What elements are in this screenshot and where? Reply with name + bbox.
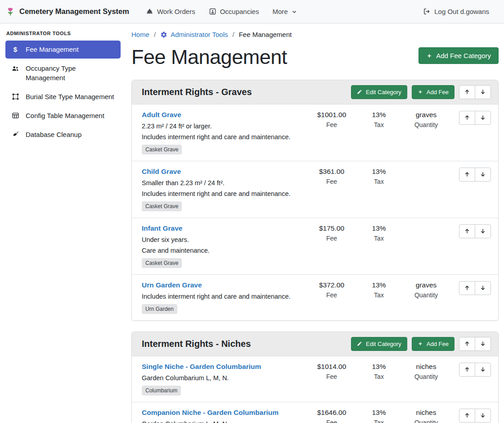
move-fee-down-button[interactable] — [475, 281, 491, 295]
breadcrumb-separator: / — [232, 31, 234, 38]
breadcrumb-home-label: Home — [131, 31, 149, 38]
nav-work-orders-label: Work Orders — [157, 8, 195, 15]
move-fee-up-button[interactable] — [459, 363, 475, 377]
add-fee-label: Add Fee — [427, 341, 449, 347]
logout-label: Log Out d.gowans — [434, 8, 489, 15]
fee-row: Companion Niche - Garden Columbarium Gar… — [132, 402, 498, 423]
edit-category-button[interactable]: Edit Category — [351, 85, 407, 99]
fee-amount-column: $1646.00 Fee — [305, 409, 358, 423]
breadcrumb-home-link[interactable]: Home — [131, 31, 149, 38]
move-fee-down-button[interactable] — [475, 409, 491, 423]
sidebar-item-occupancy-type-management[interactable]: Occupancy Type Management — [5, 59, 121, 87]
move-category-up-button[interactable] — [459, 85, 475, 99]
category-header: Interment Rights - Graves Edit Category … — [132, 80, 498, 105]
add-fee-category-button[interactable]: Add Fee Category — [418, 47, 499, 64]
category-reorder-controls — [459, 85, 491, 99]
edit-category-label: Edit Category — [366, 89, 401, 96]
sidebar-item-database-cleanup[interactable]: Database Cleanup — [5, 126, 121, 144]
sidebar-item-label: Fee Management — [26, 45, 79, 54]
sidebar-item-label: Burial Site Type Management — [26, 92, 114, 101]
fee-tax-label: Tax — [358, 121, 400, 128]
sidebar-item-label: Occupancy Type Management — [26, 64, 115, 82]
move-fee-down-button[interactable] — [475, 224, 491, 238]
plus-icon — [418, 89, 423, 95]
vector-square-icon — [11, 93, 20, 100]
add-fee-button[interactable]: Add Fee — [412, 85, 454, 99]
logout-link[interactable]: Log Out d.gowans — [416, 4, 496, 19]
fee-row: Single Niche - Garden Columbarium Garden… — [132, 356, 498, 402]
fee-amount: $1646.00 — [305, 409, 358, 417]
move-fee-down-button[interactable] — [475, 111, 491, 125]
move-fee-down-button[interactable] — [475, 363, 491, 377]
fee-quantity: graves — [400, 281, 453, 289]
fee-reorder-controls — [459, 363, 491, 377]
fee-quantity-column: graves Quantity — [400, 111, 453, 128]
app-brand[interactable]: Cemetery Management System — [5, 7, 129, 17]
fee-tax-column: 13% Tax — [358, 363, 400, 380]
app-title: Cemetery Management System — [19, 7, 129, 16]
fee-tax-column: 13% Tax — [358, 409, 400, 423]
move-fee-up-button[interactable] — [459, 224, 475, 238]
fee-tax-label: Tax — [358, 291, 400, 299]
fee-description: Care and maintenance. — [142, 247, 302, 254]
pencil-icon — [357, 89, 362, 95]
fee-description: Includes interment right and care and ma… — [142, 133, 302, 141]
move-fee-up-button[interactable] — [459, 168, 475, 182]
fee-amount-label: Fee — [305, 178, 358, 185]
fee-name-link[interactable]: Companion Niche - Garden Columbarium — [142, 409, 279, 417]
fee-type-badge: Casket Grave — [142, 201, 182, 211]
category-title: Interment Rights - Niches — [142, 339, 351, 349]
fee-name-link[interactable]: Infant Grave — [142, 224, 182, 232]
broom-icon — [11, 131, 20, 138]
fee-reorder-controls — [459, 168, 491, 182]
fee-quantity: niches — [400, 409, 453, 417]
fee-reorder-controls — [459, 224, 491, 238]
fee-amount-column: $1014.00 Fee — [305, 363, 358, 380]
fee-reorder-controls — [459, 111, 491, 125]
fee-amount-label: Fee — [305, 373, 358, 380]
fee-quantity-label: Quantity — [400, 291, 453, 299]
move-category-up-button[interactable] — [459, 337, 475, 351]
category-header: Interment Rights - Niches Edit Category … — [132, 332, 498, 356]
top-navbar: Cemetery Management System Work Orders O… — [0, 0, 504, 23]
gear-icon — [160, 31, 167, 38]
edit-category-button[interactable]: Edit Category — [351, 337, 407, 351]
nav-more[interactable]: More — [266, 4, 303, 19]
sidebar-item-config-table-management[interactable]: Config Table Management — [5, 107, 121, 125]
fee-amount: $361.00 — [305, 168, 358, 176]
logout-icon — [423, 8, 431, 15]
fee-tax: 13% — [358, 111, 400, 119]
occupant-frame-icon — [209, 8, 216, 15]
move-category-down-button[interactable] — [475, 337, 491, 351]
nav-work-orders[interactable]: Work Orders — [139, 4, 202, 19]
add-fee-button[interactable]: Add Fee — [412, 337, 454, 351]
fee-quantity-column: niches Quantity — [400, 409, 453, 423]
fee-row: Infant Grave Under six years. Care and m… — [132, 218, 498, 275]
fee-tax: 13% — [358, 409, 400, 417]
fee-name-link[interactable]: Urn Garden Grave — [142, 281, 202, 289]
sidebar-item-burial-site-type-management[interactable]: Burial Site Type Management — [5, 88, 121, 106]
fee-name-link[interactable]: Child Grave — [142, 168, 181, 176]
nav-more-label: More — [272, 8, 288, 15]
move-fee-up-button[interactable] — [459, 281, 475, 295]
fee-tax-column: 13% Tax — [358, 281, 400, 299]
fee-type-badge: Urn Garden — [142, 304, 177, 314]
move-fee-up-button[interactable] — [459, 409, 475, 423]
fee-row: Child Grave Smaller than 2.23 m² / 24 ft… — [132, 161, 498, 218]
fee-amount-column: $361.00 Fee — [305, 168, 358, 185]
fee-quantity-column: niches Quantity — [400, 363, 453, 380]
fee-tax: 13% — [358, 363, 400, 371]
breadcrumb-admin-tools-link[interactable]: Administrator Tools — [160, 31, 228, 38]
breadcrumb-separator: / — [154, 31, 156, 38]
fee-name-link[interactable]: Single Niche - Garden Columbarium — [142, 363, 261, 371]
move-category-down-button[interactable] — [475, 85, 491, 99]
dollar-icon: $ — [11, 45, 20, 54]
move-fee-down-button[interactable] — [475, 168, 491, 182]
fee-tax-label: Tax — [358, 178, 400, 185]
fee-reorder-controls — [459, 409, 491, 423]
fee-name-link[interactable]: Adult Grave — [142, 111, 181, 119]
sidebar-item-fee-management[interactable]: $ Fee Management — [5, 41, 121, 59]
move-fee-up-button[interactable] — [459, 111, 475, 125]
fee-type-badge: Casket Grave — [142, 258, 182, 268]
nav-occupancies[interactable]: Occupancies — [202, 4, 266, 19]
